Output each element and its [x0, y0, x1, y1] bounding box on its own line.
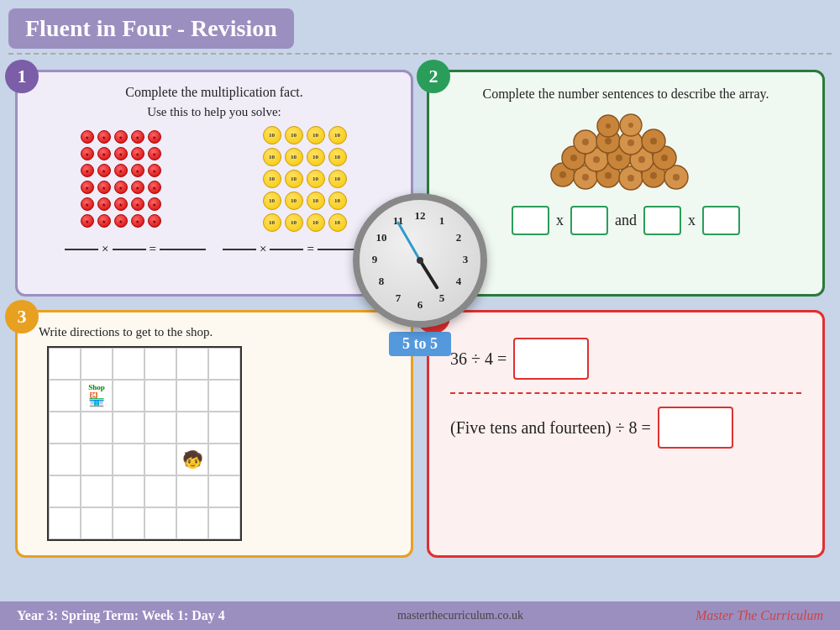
q1-images: ★ ★ ★ ★ ★ ★ ★ ★ ★ ★ ★ ★ ★ ★ ★ ★ ★ ★ ★ ★	[30, 126, 398, 234]
dot: ★	[114, 197, 128, 211]
ten-circle: 10	[328, 126, 347, 144]
grid-cell	[144, 348, 176, 380]
page-title: Fluent in Four - Revision	[25, 15, 277, 42]
grid-cell	[113, 507, 144, 539]
grid-cell	[49, 475, 81, 507]
svg-point-3	[582, 174, 589, 181]
dot: ★	[97, 130, 111, 144]
ten-circle: 10	[307, 170, 325, 188]
dot: ★	[81, 197, 94, 211]
q4-equation2: (Five tens and fourteen) ÷ 8 =	[450, 407, 801, 449]
ten-circle: 10	[263, 148, 281, 166]
svg-point-21	[661, 155, 668, 161]
blank1[interactable]	[65, 249, 98, 250]
ten-circle: 10	[263, 170, 281, 188]
blank4[interactable]	[223, 249, 256, 250]
blank5[interactable]	[270, 249, 303, 250]
ten-circle: 10	[263, 126, 281, 144]
q1-line2: Use this to help you solve:	[30, 105, 398, 119]
ten-circle: 10	[307, 192, 325, 210]
svg-point-5	[605, 172, 612, 179]
term-label: Year 3: Spring Term: Week 1: Day 4	[17, 608, 225, 623]
dot: ★	[131, 214, 144, 228]
ten-circle: 10	[328, 192, 347, 210]
dot: ★	[114, 130, 128, 144]
clock-container: 12 1 2 3 4 5 6 7 8 9 10 11	[353, 193, 487, 356]
svg-point-19	[638, 156, 645, 163]
q4-divider	[450, 392, 801, 394]
ten-circle: 10	[285, 170, 303, 188]
grid-cell	[208, 507, 240, 539]
ten-circle: 10	[263, 213, 281, 232]
q2-answer2[interactable]	[570, 206, 608, 235]
dot: ★	[81, 181, 94, 194]
clock-label: 5 to 5	[389, 332, 451, 356]
ten-circle: 10	[263, 192, 281, 210]
bottom-bar: Year 3: Spring Term: Week 1: Day 4 maste…	[0, 601, 840, 630]
svg-line-46	[420, 260, 437, 287]
grid-row	[49, 507, 240, 539]
grid-row	[49, 475, 240, 507]
svg-text:5: 5	[439, 291, 445, 304]
dot: ★	[114, 181, 128, 194]
q4-eq2-text: (Five tens and fourteen) ÷ 8 =	[450, 418, 651, 438]
q4-answer1[interactable]	[513, 338, 589, 380]
svg-point-33	[628, 123, 633, 128]
dots-grid: ★ ★ ★ ★ ★ ★ ★ ★ ★ ★ ★ ★ ★ ★ ★ ★ ★ ★ ★ ★	[81, 130, 163, 229]
q2-answer3[interactable]	[643, 206, 681, 235]
grid-cell	[176, 380, 208, 412]
clock-ticks: 12 1 2 3 4 5 6 7 8 9 10 11	[360, 200, 480, 321]
grid-cell	[81, 348, 113, 380]
q3-title: Write directions to get to the shop.	[39, 325, 398, 339]
svg-text:4: 4	[456, 275, 462, 287]
dot: ★	[148, 147, 161, 160]
svg-point-23	[582, 139, 589, 145]
grid-cell	[144, 507, 176, 539]
dot: ★	[114, 147, 128, 160]
grid-cell	[176, 412, 208, 444]
grid-row	[49, 412, 240, 444]
dot: ★	[148, 214, 161, 228]
dot: ★	[131, 130, 144, 144]
svg-text:6: 6	[417, 298, 423, 311]
dot: ★	[97, 164, 111, 177]
q4-answer2[interactable]	[658, 407, 733, 449]
ten-circle: 10	[328, 148, 347, 166]
badge-3: 3	[5, 300, 39, 333]
svg-point-31	[606, 123, 611, 129]
ten-circle: 10	[328, 213, 347, 232]
q2-answer1[interactable]	[512, 206, 549, 235]
dot: ★	[131, 181, 144, 194]
grid-cell	[49, 444, 81, 475]
q1-line1: Complete the multiplication fact.	[30, 85, 398, 100]
q2-title: Complete the number sentences to describ…	[442, 85, 810, 103]
svg-point-29	[650, 138, 657, 144]
dot: ★	[97, 181, 111, 194]
svg-text:9: 9	[372, 253, 378, 265]
svg-point-15	[593, 156, 600, 163]
dot: ★	[114, 164, 128, 177]
ten-circle: 10	[307, 126, 325, 144]
grid-cell	[49, 507, 81, 539]
tens-grid: 10 10 10 10 10 10 10 10 10 10 10 10 10 1…	[263, 126, 349, 234]
svg-point-48	[417, 257, 423, 264]
grid-cell	[144, 444, 176, 475]
dot: ★	[148, 197, 161, 211]
title-section: Fluent in Four - Revision	[0, 0, 840, 53]
dot: ★	[97, 197, 111, 211]
grid-cell	[81, 475, 113, 507]
blank3[interactable]	[160, 249, 206, 250]
grid-cell	[113, 380, 144, 412]
svg-text:12: 12	[415, 209, 426, 222]
dot: ★	[148, 164, 161, 177]
title-bar: Fluent in Four - Revision	[8, 8, 294, 49]
blank2[interactable]	[113, 249, 146, 250]
clock-face: 12 1 2 3 4 5 6 7 8 9 10 11	[353, 193, 487, 328]
logo-label: Master The Curriculum	[696, 608, 823, 623]
grid-cell	[81, 444, 113, 475]
grid-cell	[113, 412, 144, 444]
grid-row: 🧒	[49, 444, 240, 475]
q2-answer4[interactable]	[702, 206, 740, 235]
grid-cell	[208, 412, 240, 444]
grid-cell	[113, 348, 144, 380]
